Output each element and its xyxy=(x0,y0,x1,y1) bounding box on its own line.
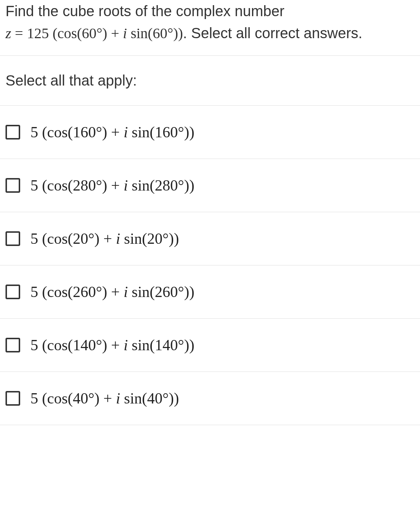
close-paren: )) xyxy=(173,25,183,41)
modulus-value: 125 xyxy=(27,25,49,41)
question-stem: Find the cube roots of the complex numbe… xyxy=(0,0,420,56)
option-row[interactable]: 5 (cos(280°) + i sin(280°)) xyxy=(0,159,420,212)
checkbox[interactable] xyxy=(6,338,20,352)
checkbox[interactable] xyxy=(6,178,20,193)
angle-value2: 60° xyxy=(153,25,173,41)
z-variable: z xyxy=(6,25,11,41)
mid: ) + xyxy=(102,25,123,41)
equals: = xyxy=(11,25,27,41)
option-row[interactable]: 5 (cos(40°) + i sin(40°)) xyxy=(0,372,420,425)
options-list: 5 (cos(160°) + i sin(160°))5 (cos(280°) … xyxy=(0,106,420,425)
option-text: 5 (cos(280°) + i sin(280°)) xyxy=(30,177,194,194)
option-row[interactable]: 5 (cos(160°) + i sin(160°)) xyxy=(0,106,420,159)
option-text: 5 (cos(40°) + i sin(40°)) xyxy=(30,390,179,407)
option-text: 5 (cos(20°) + i sin(20°)) xyxy=(30,230,179,247)
open-paren: (cos( xyxy=(49,25,82,41)
option-row[interactable]: 5 (cos(20°) + i sin(20°)) xyxy=(0,212,420,265)
option-row[interactable]: 5 (cos(260°) + i sin(260°)) xyxy=(0,265,420,319)
option-text: 5 (cos(160°) + i sin(160°)) xyxy=(30,123,194,141)
i-variable: i xyxy=(123,25,127,41)
sin-open: sin( xyxy=(127,25,153,41)
option-row[interactable]: 5 (cos(140°) + i sin(140°)) xyxy=(0,319,420,372)
checkbox[interactable] xyxy=(6,285,20,299)
angle-value: 60° xyxy=(82,25,102,41)
question-tail: . Select all correct answers. xyxy=(183,25,362,41)
option-text: 5 (cos(260°) + i sin(260°)) xyxy=(30,283,194,301)
instruction-text: Select all that apply: xyxy=(0,56,420,106)
checkbox[interactable] xyxy=(6,231,20,246)
question-line1: Find the cube roots of the complex numbe… xyxy=(6,3,284,19)
checkbox[interactable] xyxy=(6,125,20,140)
option-text: 5 (cos(140°) + i sin(140°)) xyxy=(30,336,194,354)
checkbox[interactable] xyxy=(6,391,20,406)
